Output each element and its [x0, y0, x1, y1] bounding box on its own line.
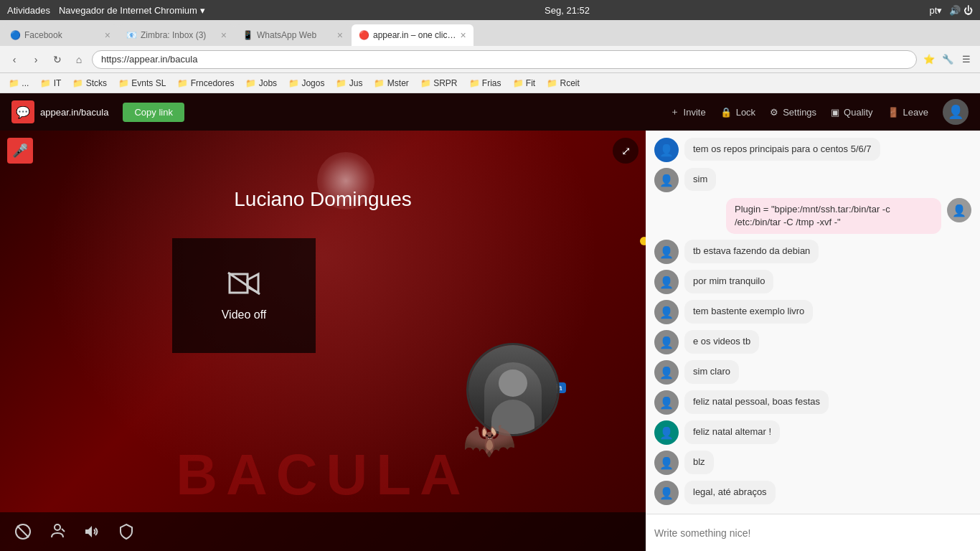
tab-zimbra-label: Zimbra: Inbox (3)	[141, 30, 206, 40]
bookmark-fit[interactable]: 📁 Fit	[509, 77, 540, 90]
lock-button[interactable]: 🔒 Lock	[720, 107, 755, 118]
chat-panel: 👤 tem os repos principais para o centos …	[646, 131, 980, 551]
settings-button[interactable]: ⚙ Settings	[770, 107, 816, 118]
forward-button[interactable]: ›	[27, 51, 44, 68]
bat-decoration: 🦇	[463, 414, 517, 465]
bookmark-stcks[interactable]: 📁 Stcks	[68, 77, 111, 90]
bookmark-frncedores[interactable]: 📁 Frncedores	[173, 77, 238, 90]
address-bar[interactable]	[92, 50, 917, 69]
nav-icon-3[interactable]: ☰	[958, 52, 974, 67]
os-lang[interactable]: pt▾	[930, 5, 943, 16]
chat-avatar-7: 👤	[654, 330, 679, 354]
copy-link-button[interactable]: Copy link	[123, 103, 184, 122]
microphone-muted-icon: 🎤	[12, 143, 28, 159]
appear-app-bar: 💬 appear.in/bacula Copy link ＋ Invite 🔒 …	[0, 93, 980, 131]
tab-facebook-close[interactable]: ×	[105, 29, 110, 41]
tab-facebook-label: Facebook	[24, 30, 62, 40]
nav-icon-1[interactable]: ⭐	[921, 52, 937, 67]
bookmark-rceit[interactable]: 📁 Rceit	[542, 77, 584, 90]
svg-line-4	[62, 529, 65, 532]
participant-name: Luciano Domingues	[234, 188, 412, 211]
browser-nav: ‹ › ↻ ⌂ ⭐ 🔧 ☰	[0, 46, 980, 73]
video-off-text: Video off	[222, 309, 267, 321]
os-time: Seg, 21:52	[545, 5, 590, 16]
bookmark-jus[interactable]: 📁 Jus	[331, 77, 367, 90]
chat-avatar-8: 👤	[654, 360, 679, 385]
bookmark-srpr[interactable]: 📁 SRPR	[416, 77, 462, 90]
volume-button[interactable]	[83, 523, 100, 540]
block-button[interactable]	[14, 523, 32, 540]
video-off-icon	[226, 270, 262, 303]
svg-point-3	[55, 524, 60, 530]
chat-bubble-12: legal, até abraços	[684, 481, 776, 504]
bookmark-frias[interactable]: 📁 Frias	[465, 77, 506, 90]
chat-avatar-11: 👤	[654, 451, 679, 475]
chat-message-5: 👤 por mim tranquilo	[654, 270, 971, 294]
chat-message-9: 👤 feliz natal pessoal, boas festas	[654, 390, 971, 415]
chat-message-10: 👤 feliz natal altemar !	[654, 420, 971, 445]
chat-input-area	[646, 514, 980, 551]
expand-button[interactable]: ⤢	[613, 138, 639, 164]
tab-appear-label: appear.in – one clic…	[373, 30, 456, 40]
chat-message-2: 👤 sim	[654, 168, 971, 192]
bookmark-dots[interactable]: 📁 ...	[4, 77, 33, 90]
tab-whatsapp-close[interactable]: ×	[337, 29, 343, 41]
video-area: 🎤 ⤢ Luciano Domingues Video off 👑 Heitor…	[0, 131, 646, 551]
svg-line-2	[17, 526, 29, 537]
plus-icon: ＋	[670, 105, 679, 118]
os-controls: 🔊 ⏻	[949, 5, 973, 16]
chat-avatar-5: 👤	[654, 270, 679, 294]
home-button[interactable]: ⌂	[70, 51, 88, 68]
tab-appear-close[interactable]: ×	[460, 29, 466, 41]
gear-icon: ⚙	[770, 107, 778, 118]
chat-avatar-9: 👤	[654, 390, 679, 415]
tab-whatsapp-label: WhatsApp Web	[257, 30, 316, 40]
chat-bubble-8: sim claro	[684, 360, 739, 383]
whatsapp-favicon: 📱	[242, 30, 253, 40]
chat-bubble-1: tem os repos principais para o centos 5/…	[684, 138, 880, 161]
chat-message-12: 👤 legal, até abraços	[654, 481, 971, 505]
leave-button[interactable]: 🚪 Leave	[887, 107, 928, 118]
chat-avatar-6: 👤	[654, 300, 679, 324]
chat-bubble-3: Plugin = "bpipe:/mnt/ssh.tar:/bin/tar -c…	[726, 198, 941, 234]
person-button[interactable]	[49, 523, 66, 540]
chat-bubble-7: e os videos tb	[684, 330, 759, 353]
chat-avatar-4: 👤	[654, 240, 679, 264]
zimbra-favicon: 📧	[126, 30, 136, 40]
activities-label[interactable]: Atividades	[7, 5, 50, 16]
browser-tabs: 🔵 Facebook × 📧 Zimbra: Inbox (3) × 📱 Wha…	[0, 20, 980, 46]
tab-whatsapp[interactable]: 📱 WhatsApp Web ×	[235, 24, 350, 46]
appear-favicon: 🔴	[359, 30, 369, 40]
chat-bubble-10: feliz natal altemar !	[684, 420, 780, 443]
mute-icon-box[interactable]: 🎤	[7, 138, 33, 164]
chat-message-3: 👤 Plugin = "bpipe:/mnt/ssh.tar:/bin/tar …	[654, 198, 971, 234]
chat-message-6: 👤 tem bastente exemplo livro	[654, 300, 971, 324]
tab-zimbra-close[interactable]: ×	[221, 29, 227, 41]
facebook-favicon: 🔵	[10, 30, 20, 40]
chat-input[interactable]	[654, 527, 971, 539]
tab-appear[interactable]: 🔴 appear.in – one clic… ×	[352, 24, 473, 46]
bookmark-jogos[interactable]: 📁 Jogos	[284, 77, 329, 90]
back-button[interactable]: ‹	[6, 51, 23, 68]
reload-button[interactable]: ↻	[49, 51, 66, 68]
bookmark-it[interactable]: 📁 IT	[36, 77, 65, 90]
tab-facebook[interactable]: 🔵 Facebook ×	[3, 24, 118, 46]
tab-zimbra[interactable]: 📧 Zimbra: Inbox (3) ×	[119, 24, 234, 46]
leave-icon: 🚪	[887, 107, 899, 118]
nav-icon-2[interactable]: 🔧	[940, 52, 956, 67]
bookmark-jobs[interactable]: 📁 Jobs	[241, 77, 281, 90]
lock-icon: 🔒	[720, 107, 732, 118]
chat-message-7: 👤 e os videos tb	[654, 330, 971, 354]
chat-bubble-4: tb estava fazendo da debian	[684, 240, 819, 263]
chat-message-4: 👤 tb estava fazendo da debian	[654, 240, 971, 264]
shield-button[interactable]	[118, 523, 135, 540]
user-avatar: 👤	[943, 99, 969, 125]
chat-message-8: 👤 sim claro	[654, 360, 971, 385]
appear-logo-icon: 💬	[11, 100, 34, 123]
chat-bubble-6: tem bastente exemplo livro	[684, 300, 813, 323]
bacula-text: BACULA	[176, 442, 470, 508]
bookmark-evnts[interactable]: 📁 Evnts SL	[114, 77, 170, 90]
bookmark-mster[interactable]: 📁 Mster	[369, 77, 413, 90]
quality-button[interactable]: ▣ Quality	[831, 107, 872, 118]
invite-button[interactable]: ＋ Invite	[670, 105, 706, 118]
